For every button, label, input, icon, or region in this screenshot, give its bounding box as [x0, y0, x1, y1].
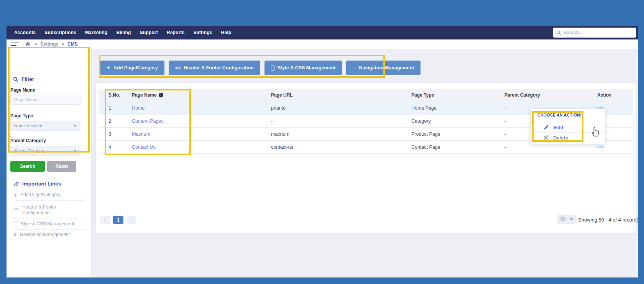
breadcrumb-bar: » Settings » CMS	[7, 39, 638, 49]
sidebar-link-header-footer[interactable]: </> Header & Footer Configuration	[14, 204, 85, 216]
page-link-macrium[interactable]: Macrium	[132, 128, 150, 141]
caret-down-icon	[570, 218, 573, 220]
pagination-prev-button[interactable]: ‹	[100, 216, 110, 224]
nav-item-accounts[interactable]: Accounts	[14, 30, 36, 35]
caret-down-icon	[74, 125, 77, 127]
nav-item-billing[interactable]: Billing	[116, 30, 131, 35]
records-summary: Showing 50 - 4 of 4 record(s)	[578, 217, 638, 223]
page-type-label: Page Type	[10, 113, 33, 118]
col-header-parent-category: Parent Category	[504, 89, 540, 102]
filter-search-icon	[13, 77, 18, 82]
info-icon[interactable]: i	[159, 93, 163, 97]
table-header-row: S.No. Page Namei Page URL Page Type Pare…	[99, 89, 633, 102]
file-icon	[271, 66, 274, 71]
nav-item-settings[interactable]: Settings	[194, 30, 212, 35]
col-header-page-name: Page Namei	[132, 89, 163, 102]
page-type-select[interactable]: None selected	[10, 121, 80, 131]
search-input[interactable]	[564, 30, 625, 35]
breadcrumb-cms[interactable]: CMS	[67, 41, 78, 47]
navigation-management-button[interactable]: ≡ Navigation Management	[346, 61, 421, 75]
breadcrumb: » Settings » CMS	[33, 41, 77, 47]
page-link-home[interactable]: Home	[132, 102, 145, 115]
file-icon	[14, 222, 17, 226]
nav-item-subscriptions[interactable]: Subscriptions	[44, 30, 76, 35]
code-icon: </>	[175, 66, 181, 70]
nav-item-help[interactable]: Help	[221, 30, 232, 35]
filter-sidebar: Filter Page Name Page Type None selected…	[7, 49, 92, 277]
page-name-label: Page Name	[10, 87, 35, 93]
filter-title: Filter	[21, 76, 34, 82]
close-icon	[544, 135, 548, 140]
breadcrumb-settings[interactable]: Settings	[40, 41, 58, 47]
important-links-header: Important Links	[14, 181, 61, 187]
nav-item-marketing[interactable]: Marketing	[85, 30, 107, 35]
plus-icon: +	[107, 64, 110, 71]
list-icon: ≡	[353, 65, 356, 71]
annotation-frame: Accounts Subscriptions Marketing Billing…	[0, 0, 644, 284]
page-link-content-pages[interactable]: Content Pages	[132, 115, 164, 128]
reset-button[interactable]: Reset	[47, 161, 76, 172]
col-header-page-type: Page Type	[411, 89, 434, 102]
pencil-icon	[544, 125, 549, 130]
add-page-category-button[interactable]: + Add Page/Category	[100, 61, 164, 75]
per-page-select[interactable]: 50	[557, 215, 576, 224]
list-icon: ≡	[14, 232, 16, 237]
nav-item-reports[interactable]: Reports	[167, 30, 185, 35]
sidebar-link-add-page[interactable]: + Add Page/Category	[14, 192, 85, 198]
pagination-page-1[interactable]: 1	[113, 216, 123, 224]
col-header-page-url: Page URL	[271, 89, 293, 102]
header-footer-config-button[interactable]: </> Header & Footer Configuration	[169, 61, 260, 75]
global-search-box[interactable]	[553, 28, 636, 38]
page-link-contact-us[interactable]: Contact Us	[132, 141, 156, 154]
filter-header: Filter	[13, 76, 34, 82]
code-icon: </>	[14, 207, 19, 211]
cms-toolbar: + Add Page/Category </> Header & Footer …	[100, 61, 421, 75]
pagination-next-button[interactable]: ›	[127, 216, 136, 224]
top-navbar: Accounts Subscriptions Marketing Billing…	[7, 26, 638, 39]
search-button[interactable]: Search	[10, 161, 45, 172]
col-header-sno: S.No.	[108, 89, 120, 102]
sidebar-toggle-icon[interactable]	[11, 43, 20, 46]
action-menu-title: CHOOSE AN ACTION:	[537, 113, 582, 117]
important-links-title: Important Links	[22, 181, 61, 187]
sidebar-link-style-css[interactable]: Style & CSS Management	[14, 221, 85, 227]
nav-item-support[interactable]: Support	[140, 30, 158, 35]
caret-down-icon	[74, 150, 77, 152]
parent-category-select[interactable]: Select Category	[10, 146, 80, 156]
link-icon	[14, 181, 19, 187]
sidebar-link-navigation[interactable]: ≡ Navigation Management	[14, 232, 85, 238]
search-icon	[556, 30, 561, 35]
page-name-input[interactable]	[10, 95, 80, 105]
style-css-management-button[interactable]: Style & CSS Management	[264, 61, 342, 75]
hand-cursor-icon	[591, 126, 600, 138]
home-icon[interactable]	[25, 42, 30, 46]
plus-icon: +	[14, 192, 17, 198]
app-screenshot: Accounts Subscriptions Marketing Billing…	[7, 26, 638, 277]
parent-category-label: Parent Category	[10, 138, 46, 143]
col-header-action: Action	[597, 89, 611, 102]
